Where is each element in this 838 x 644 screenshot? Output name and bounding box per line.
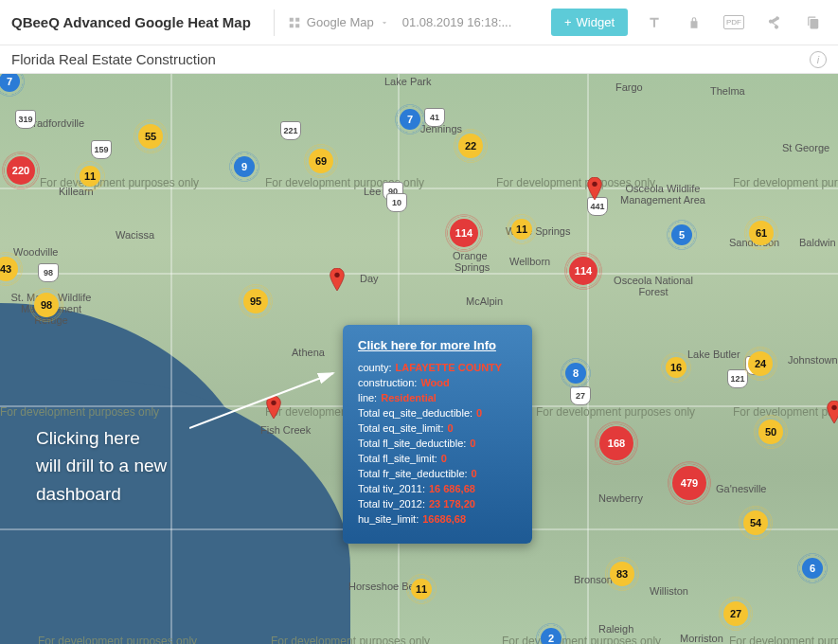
tooltip-field-label: Total tiv_2012: <box>358 498 425 510</box>
map-cluster-marker[interactable]: 43 <box>0 257 18 281</box>
map-canvas[interactable]: Lake ParkFargoThelmaBradfordvilleJenning… <box>0 74 838 644</box>
tooltip-data-row: construction:Wood <box>358 377 517 388</box>
map-cluster-marker[interactable]: 11 <box>80 166 100 187</box>
tooltip-data-row: Total tiv_2011:16 686,68 <box>358 483 517 494</box>
map-cluster-marker[interactable]: 5 <box>671 224 692 245</box>
map-pin-icon[interactable] <box>587 177 602 200</box>
tooltip-field-label: Total fr_site_deductible: <box>358 468 468 479</box>
map-cluster-marker[interactable]: 479 <box>672 466 706 500</box>
tooltip-data-row: Total fl_site_limit:0 <box>358 453 517 464</box>
dev-watermark: For development purposes only <box>729 635 838 644</box>
route-shield: 159 <box>91 140 112 159</box>
route-shield: 319 <box>15 110 36 129</box>
tooltip-field-value: LAFAYETTE COUNTY <box>395 362 502 373</box>
map-cluster-marker[interactable]: 220 <box>7 156 35 185</box>
annotation-line: will drill to a new <box>36 452 167 479</box>
tooltip-field-value: 0 <box>448 422 454 434</box>
tooltip-field-value: 16686,68 <box>422 513 466 525</box>
dev-watermark: For development purposes only <box>536 405 695 419</box>
map-place-label: Raleigh <box>598 623 633 635</box>
map-cluster-marker[interactable]: 69 <box>309 149 333 173</box>
tooltip-field-label: Total fl_site_deductible: <box>358 438 466 449</box>
water-region <box>0 379 350 644</box>
tooltip-field-value: 0 <box>476 407 482 419</box>
text-icon[interactable] <box>641 9 668 36</box>
map-place-label: Wellborn <box>509 256 550 267</box>
add-widget-button[interactable]: + Widget <box>551 9 628 36</box>
tooltip-field-label: Total eq_site_limit: <box>358 422 444 434</box>
tooltip-field-label: line: <box>358 392 377 403</box>
tooltip-data-row: Total eq_site_deductible:0 <box>358 407 517 419</box>
tooltip-field-value: Residential <box>381 392 437 403</box>
map-cluster-marker[interactable]: 22 <box>458 134 483 158</box>
map-cluster-marker[interactable]: 50 <box>758 420 783 444</box>
map-pin-icon[interactable] <box>266 396 281 419</box>
map-cluster-marker[interactable]: 114 <box>450 219 478 247</box>
map-cluster-marker[interactable]: 6 <box>802 558 823 579</box>
map-place-label: Newberry <box>598 492 643 504</box>
page-subtitle: Florida Real Estate Construction <box>11 51 216 67</box>
tooltip-field-value: 0 <box>441 453 447 464</box>
map-cluster-marker[interactable]: 11 <box>511 219 532 240</box>
dropdown-label: Google Map <box>307 15 374 29</box>
map-cluster-marker[interactable]: 83 <box>610 562 634 586</box>
map-place-label: Orange <box>453 250 488 261</box>
tooltip-field-label: Total eq_site_deductible: <box>358 407 472 419</box>
map-cluster-marker[interactable]: 55 <box>138 124 163 149</box>
map-place-label: Morriston <box>680 633 723 644</box>
map-cluster-marker[interactable]: 61 <box>749 221 774 245</box>
tooltip-drilldown-link[interactable]: Click here for more Info <box>358 338 517 352</box>
tooltip-field-value: 23 178,20 <box>429 498 475 510</box>
share-icon[interactable] <box>760 9 787 36</box>
tooltip-field-value: 0 <box>472 468 477 479</box>
tooltip-data-row: Total tiv_2012:23 178,20 <box>358 498 517 510</box>
pdf-icon[interactable]: PDF <box>721 9 747 36</box>
map-cluster-marker[interactable]: 54 <box>743 510 768 535</box>
annotation-text: Clicking here will drill to a new dashbo… <box>36 424 167 508</box>
map-pin-icon[interactable] <box>827 401 838 423</box>
map-place-label: Osceola Wildlife Management Area <box>615 183 710 206</box>
map-place-label: Wacissa <box>116 229 154 241</box>
map-cluster-marker[interactable]: 114 <box>569 257 597 285</box>
chevron-down-icon <box>380 18 389 27</box>
map-cluster-marker[interactable]: 95 <box>243 289 268 313</box>
map-place-label: McAlpin <box>466 295 503 307</box>
map-cluster-marker[interactable]: 16 <box>666 357 686 378</box>
route-shield: 41 <box>424 108 445 127</box>
dev-watermark: For development purposes only <box>733 405 838 419</box>
map-cluster-marker[interactable]: 168 <box>599 426 633 460</box>
map-cluster-marker[interactable]: 24 <box>748 351 773 376</box>
map-cluster-marker[interactable]: 7 <box>400 109 420 130</box>
map-type-dropdown[interactable]: Google Map <box>288 15 389 29</box>
tooltip-field-label: Total tiv_2011: <box>358 483 425 494</box>
lock-icon[interactable] <box>681 9 707 36</box>
map-pin-icon[interactable] <box>330 268 345 291</box>
map-cluster-marker[interactable]: 8 <box>565 363 586 384</box>
copy-icon[interactable] <box>800 9 827 36</box>
map-cluster-marker[interactable]: 27 <box>723 601 748 626</box>
map-cluster-marker[interactable]: 2 <box>541 628 562 644</box>
tooltip-field-value: Wood <box>420 377 449 388</box>
map-place-label: Ga'nesville <box>716 483 766 494</box>
map-place-label: St George <box>782 142 829 153</box>
svg-point-0 <box>334 273 339 277</box>
tooltip-data-row: hu_site_limit:16686,68 <box>358 513 517 525</box>
tooltip-data-row: Total eq_site_limit:0 <box>358 422 517 434</box>
map-place-label: Lake Butler <box>687 349 740 360</box>
map-cluster-marker[interactable]: 9 <box>234 156 255 177</box>
svg-point-3 <box>831 405 836 410</box>
route-shield: 98 <box>38 263 59 282</box>
tooltip-field-label: county: <box>358 362 391 373</box>
info-icon[interactable]: i <box>810 51 827 68</box>
map-cluster-marker[interactable]: 7 <box>0 74 20 92</box>
map-tooltip: Click here for more Info county:LAFAYETT… <box>343 325 532 544</box>
tooltip-field-label: hu_site_limit: <box>358 513 419 525</box>
route-shield: 27 <box>570 386 591 405</box>
map-cluster-marker[interactable]: 11 <box>411 579 432 599</box>
map-cluster-marker[interactable]: 98 <box>34 293 59 317</box>
dev-watermark: For development purposes only <box>502 635 661 644</box>
tooltip-data-row: Total fl_site_deductible:0 <box>358 438 517 449</box>
map-place-label: Williston <box>650 585 688 597</box>
tooltip-field-value: 16 686,68 <box>429 483 475 494</box>
tooltip-data-row: line:Residential <box>358 392 517 403</box>
